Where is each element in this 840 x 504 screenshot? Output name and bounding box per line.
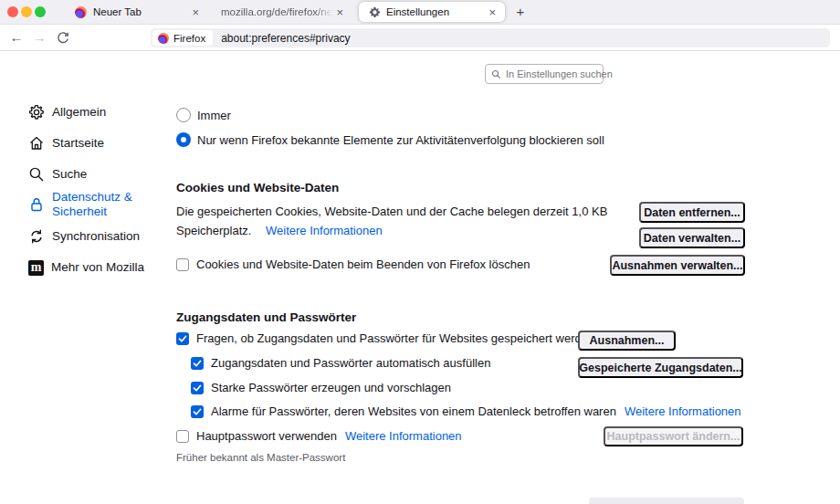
sidebar-item-synchronisation[interactable]: Synchronisation [28,221,140,252]
radio-label: Immer [197,109,231,122]
tab-label: Einstellungen [386,6,449,17]
cookies-description-line2: Speicherplatz. Weitere Informationen [176,224,383,237]
search-icon [28,166,45,183]
checkbox-row-delete-on-close[interactable]: Cookies und Website-Daten beim Beenden v… [176,257,530,271]
radio-label: Nur wenn Firefox bekannte Elemente zur A… [197,133,604,147]
primary-password-learn-more-link[interactable]: Weitere Informationen [345,429,462,443]
tab-bar: Neuer Tab × mozilla.org/de/firefox/new?r… [0,0,840,24]
sidebar-label: Datenschutz & Sicherheit [52,190,154,219]
tab-close-icon[interactable]: × [334,6,345,18]
cookies-description-line1: Die gespeicherten Cookies, Website-Daten… [176,205,607,218]
partial-button[interactable] [589,498,744,504]
primary-password-note: Früher bekannt als Master-Passwort [176,452,345,463]
checkbox-checked[interactable] [191,382,204,394]
sidebar-label: Mehr von Mozilla [51,260,144,275]
sidebar-item-allgemein[interactable]: Allgemein [28,97,106,128]
settings-search-input[interactable]: In Einstellungen suchen [485,64,604,84]
manage-data-button[interactable]: Daten verwalten... [639,227,745,248]
sidebar-item-startseite[interactable]: Startseite [28,128,104,159]
tab-einstellungen-active[interactable]: Einstellungen × [359,2,505,22]
checkbox-row-breach-alerts[interactable]: Alarme für Passwörter, deren Websites vo… [191,404,741,418]
checkbox-checked[interactable] [176,332,189,345]
window-close-button[interactable] [7,6,18,17]
radio-row-bekannte-elemente[interactable]: Nur wenn Firefox bekannte Elemente zur A… [176,132,604,147]
check-icon [193,407,202,416]
home-icon [28,135,45,152]
checkbox-label: Starke Passwörter erzeugen und vorschlag… [211,381,451,394]
checkbox-row-primary-password[interactable]: Hauptpasswort verwenden Weitere Informat… [176,429,462,443]
check-icon [193,359,202,368]
radio-row-immer[interactable]: Immer [176,108,231,122]
checkbox-label: Cookies und Website-Daten beim Beenden v… [196,257,530,271]
tab-close-icon[interactable]: × [190,6,201,18]
sidebar-label: Suche [52,167,87,182]
gear-icon [369,6,381,18]
reload-button[interactable] [52,29,74,49]
window-zoom-button[interactable] [35,6,46,17]
checkbox-unchecked[interactable] [176,430,189,443]
cookies-section-heading: Cookies und Website-Daten [176,181,339,194]
checkbox-unchecked[interactable] [176,258,189,271]
logins-exceptions-button[interactable]: Ausnahmen... [578,331,676,351]
checkbox-row-ask-to-save[interactable]: Fragen, ob Zugangsdaten und Passwörter f… [176,331,629,345]
gear-icon [28,104,45,121]
checkbox-row-generate-passwords[interactable]: Starke Passwörter erzeugen und vorschlag… [191,381,451,394]
manage-exceptions-button[interactable]: Ausnahmen verwalten... [610,255,745,276]
firefox-logo-icon [158,33,169,44]
navigation-toolbar: ← → Firefox about:preferences#privacy [0,24,840,51]
tab-label: mozilla.org/de/firefox/new?reason [221,6,332,17]
tab-mozilla-org[interactable]: mozilla.org/de/firefox/new?reason × [212,0,354,24]
url-text: about:preferences#privacy [221,32,350,45]
search-icon [491,69,501,79]
check-icon [193,383,202,393]
forward-button: → [28,27,50,47]
back-button[interactable]: ← [5,27,27,47]
search-placeholder: In Einstellungen suchen [506,68,613,79]
saved-logins-button[interactable]: Gespeicherte Zugangsdaten... [578,357,743,378]
breach-alerts-learn-more-link[interactable]: Weitere Informationen [625,404,741,418]
radio-selected[interactable] [176,132,191,147]
radio-unselected[interactable] [176,108,191,122]
change-primary-password-button: Hauptpasswort ändern... [604,426,743,446]
sidebar-item-datenschutz-sicherheit[interactable]: Datenschutz & Sicherheit [28,185,154,224]
checkbox-label: Hauptpasswort verwenden [196,429,337,443]
cookies-description-text: Speicherplatz. [176,224,251,237]
site-identity-chip[interactable]: Firefox [152,30,213,46]
checkbox-label: Fragen, ob Zugangsdaten und Passwörter f… [196,331,629,345]
lock-icon [28,196,45,213]
checkbox-label: Zugangsdaten und Passwörter automatisch … [211,356,490,370]
tab-close-icon[interactable]: × [487,6,498,18]
logins-section-heading: Zugangsdaten und Passwörter [176,310,356,324]
checkbox-checked[interactable] [191,405,204,418]
checkbox-checked[interactable] [191,357,204,370]
check-icon [178,334,187,343]
sync-icon [28,228,45,245]
sidebar-label: Startseite [52,136,104,151]
sidebar-item-mehr-von-mozilla[interactable]: m Mehr von Mozilla [28,252,144,283]
identity-label: Firefox [173,33,205,44]
sidebar-label: Synchronisation [52,229,140,244]
tab-neuer-tab[interactable]: Neuer Tab × [58,0,210,24]
firefox-favicon-icon [75,6,87,18]
url-bar[interactable]: Firefox about:preferences#privacy [151,28,830,47]
cookies-learn-more-link[interactable]: Weitere Informationen [266,224,383,237]
checkbox-row-autofill[interactable]: Zugangsdaten und Passwörter automatisch … [191,356,490,370]
sidebar-label: Allgemein [52,105,106,120]
mozilla-icon: m [28,260,44,276]
clear-data-button[interactable]: Daten entfernen... [639,202,745,223]
window-minimize-button[interactable] [21,6,32,17]
checkbox-label: Alarme für Passwörter, deren Websites vo… [211,404,616,418]
settings-page: In Einstellungen suchen Allgemein Starts… [0,51,840,504]
tab-label: Neuer Tab [93,6,142,17]
new-tab-button[interactable]: + [511,3,530,21]
